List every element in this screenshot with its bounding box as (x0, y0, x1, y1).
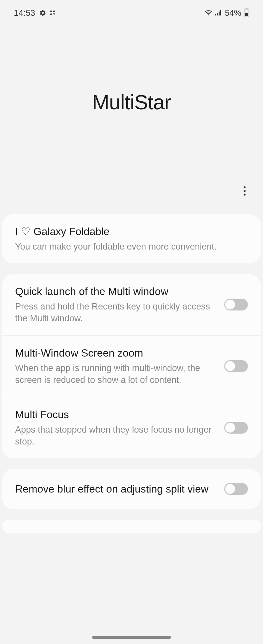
svg-point-2 (50, 13, 52, 15)
item-text: Remove blur effect on adjusting split vi… (15, 482, 216, 496)
status-time: 14:53 (14, 8, 35, 18)
settings-group: Quick launch of the Multi window Press a… (2, 274, 261, 458)
action-bar (0, 184, 263, 214)
svg-point-1 (53, 11, 55, 13)
svg-rect-4 (215, 14, 216, 15)
more-dot-icon (244, 186, 246, 188)
item-title: I ♡ Galaxy Foldable (15, 225, 248, 239)
quick-launch-item[interactable]: Quick launch of the Multi window Press a… (2, 274, 261, 335)
settings-group (2, 520, 261, 533)
item-title: Multi-Window Screen zoom (15, 346, 216, 360)
item-subtitle: When the app is running with multi-windo… (15, 362, 216, 386)
screen-zoom-item[interactable]: Multi-Window Screen zoom When the app is… (2, 335, 261, 397)
more-dot-icon (244, 194, 246, 196)
svg-rect-5 (217, 13, 218, 15)
gear-icon (39, 9, 46, 16)
item-text: Multi Focus Apps that stopped when they … (15, 408, 216, 448)
item-title: Multi Focus (15, 408, 216, 422)
more-options-button[interactable] (238, 184, 251, 198)
toggle-thumb (225, 300, 235, 309)
app-dots-icon (49, 9, 56, 16)
item-text: Multi-Window Screen zoom When the app is… (15, 346, 216, 386)
svg-point-3 (208, 14, 209, 15)
item-title: Quick launch of the Multi window (15, 284, 216, 299)
toggle-thumb (225, 484, 235, 494)
signal-icon (215, 10, 222, 16)
status-bar: 14:53 54% (0, 0, 263, 20)
battery-percent: 54% (225, 8, 241, 18)
item-subtitle: Press and hold the Recents key to quickl… (15, 301, 216, 325)
item-subtitle: You can make your foldable even more con… (15, 241, 248, 253)
svg-point-0 (50, 11, 52, 13)
toggle-thumb (225, 361, 235, 371)
settings-group: I ♡ Galaxy Foldable You can make your fo… (2, 214, 261, 263)
remove-blur-item[interactable]: Remove blur effect on adjusting split vi… (2, 469, 261, 509)
status-notification-icons (39, 9, 56, 16)
foldable-item[interactable]: I ♡ Galaxy Foldable You can make your fo… (2, 214, 261, 263)
battery-icon (244, 9, 249, 17)
item-text: Quick launch of the Multi window Press a… (15, 284, 216, 325)
status-left: 14:53 (14, 8, 56, 18)
multi-focus-toggle[interactable] (224, 422, 248, 434)
svg-rect-7 (220, 10, 221, 15)
toggle-thumb (225, 423, 235, 433)
item-subtitle: Apps that stopped when they lose focus n… (15, 424, 216, 448)
wifi-icon (204, 10, 212, 16)
page-title: MultiStar (92, 90, 171, 114)
screen-zoom-toggle[interactable] (224, 360, 248, 372)
content: I ♡ Galaxy Foldable You can make your fo… (0, 214, 263, 533)
svg-rect-6 (219, 12, 220, 15)
item-title: Remove blur effect on adjusting split vi… (15, 482, 216, 496)
navigation-gesture-bar[interactable] (92, 636, 171, 639)
remove-blur-toggle[interactable] (224, 483, 248, 495)
multi-focus-item[interactable]: Multi Focus Apps that stopped when they … (2, 397, 261, 458)
settings-group: Remove blur effect on adjusting split vi… (2, 469, 261, 509)
header-area: MultiStar (0, 20, 263, 184)
status-right: 54% (204, 8, 249, 18)
more-dot-icon (244, 190, 246, 192)
svg-rect-10 (245, 13, 248, 16)
quick-launch-toggle[interactable] (224, 299, 248, 310)
item-text: I ♡ Galaxy Foldable You can make your fo… (15, 225, 248, 253)
